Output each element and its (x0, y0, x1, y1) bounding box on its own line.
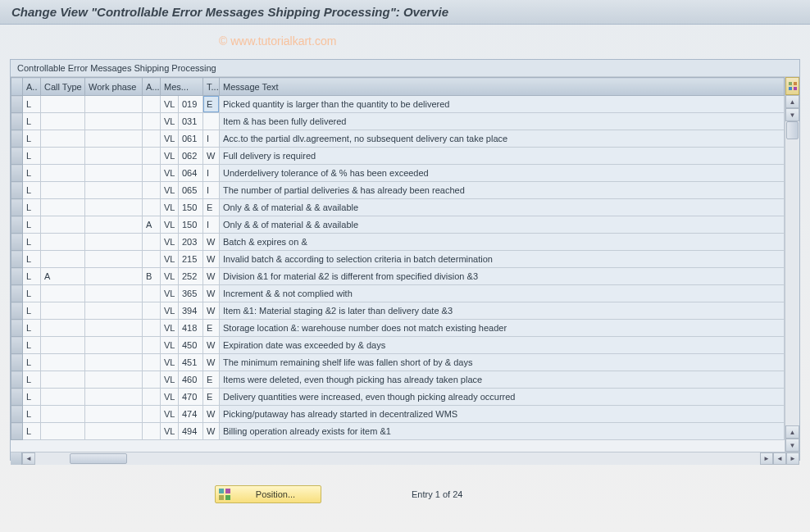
table-config-button[interactable] (785, 77, 799, 95)
table-row[interactable]: LVL418EStorage location &: warehouse num… (11, 320, 785, 337)
row-selector[interactable] (11, 113, 23, 130)
cell-work-phase[interactable] (85, 302, 143, 320)
cell-work-phase[interactable] (85, 320, 143, 337)
table-row[interactable]: LVL203WBatch & expires on & (11, 234, 785, 251)
cell-call-type[interactable] (41, 165, 85, 182)
cell-msg-area[interactable]: VL (161, 96, 179, 113)
cell-msg-no[interactable]: 450 (179, 337, 203, 354)
scroll-left-button-2[interactable]: ◄ (773, 452, 786, 465)
cell-msg-area[interactable]: VL (161, 113, 179, 130)
cell-a2[interactable]: A (143, 216, 161, 234)
scroll-up-button-2[interactable]: ▲ (785, 425, 799, 439)
cell-a2[interactable] (143, 406, 161, 423)
cell-a2[interactable] (143, 423, 161, 440)
cell-work-phase[interactable] (85, 165, 143, 182)
cell-msg-no[interactable]: 150 (179, 216, 203, 234)
cell-a2[interactable] (143, 148, 161, 165)
cell-msg-no[interactable]: 150 (179, 199, 203, 216)
cell-a2[interactable] (143, 354, 161, 371)
row-selector[interactable] (11, 148, 23, 165)
table-row[interactable]: LVL460EItems were deleted, even though p… (11, 371, 785, 389)
cell-call-type[interactable] (41, 251, 85, 268)
cell-msg-area[interactable]: VL (161, 165, 179, 182)
cell-msg-no[interactable]: 474 (179, 406, 203, 423)
cell-msg-no[interactable]: 460 (179, 371, 203, 389)
cell-a2[interactable] (143, 96, 161, 113)
cell-a1[interactable]: L (23, 371, 41, 389)
hscroll-thumb[interactable] (70, 453, 127, 464)
row-selector[interactable] (11, 130, 23, 148)
cell-work-phase[interactable] (85, 389, 143, 406)
cell-message-text[interactable]: The minimum remaining shelf life was fal… (220, 354, 785, 371)
table-row[interactable]: LVL394WItem &1: Material staging &2 is l… (11, 302, 785, 320)
cell-a1[interactable]: L (23, 354, 41, 371)
cell-a2[interactable]: B (143, 268, 161, 285)
cell-a1[interactable]: L (23, 148, 41, 165)
cell-msg-area[interactable]: VL (161, 199, 179, 216)
cell-type[interactable]: E (203, 371, 220, 389)
cell-call-type[interactable] (41, 130, 85, 148)
cell-call-type[interactable] (41, 354, 85, 371)
cell-msg-no[interactable]: 062 (179, 148, 203, 165)
cell-call-type[interactable] (41, 423, 85, 440)
cell-msg-area[interactable]: VL (161, 148, 179, 165)
scroll-up-button[interactable]: ▲ (785, 95, 799, 108)
cell-a1[interactable]: L (23, 389, 41, 406)
cell-msg-area[interactable]: VL (161, 268, 179, 285)
table-row[interactable]: LVL365WIncrement & & not complied with (11, 285, 785, 302)
cell-type[interactable]: W (203, 268, 220, 285)
cell-msg-no[interactable]: 064 (179, 165, 203, 182)
cell-a2[interactable] (143, 337, 161, 354)
cell-msg-area[interactable]: VL (161, 302, 179, 320)
cell-message-text[interactable]: Only & & of material & & available (220, 199, 785, 216)
cell-work-phase[interactable] (85, 423, 143, 440)
row-selector[interactable] (11, 354, 23, 371)
scroll-right-button[interactable]: ► (760, 452, 773, 465)
cell-type[interactable]: I (203, 165, 220, 182)
col-select-all[interactable] (11, 78, 23, 96)
scroll-right-button-2[interactable]: ► (786, 452, 799, 465)
cell-msg-no[interactable]: 019 (179, 96, 203, 113)
col-message[interactable]: Mes... (161, 78, 203, 96)
cell-msg-no[interactable]: 065 (179, 182, 203, 199)
cell-work-phase[interactable] (85, 216, 143, 234)
cell-a1[interactable]: L (23, 302, 41, 320)
row-selector[interactable] (11, 251, 23, 268)
table-row[interactable]: LVL450WExpiration date was exceeded by &… (11, 337, 785, 354)
cell-type[interactable]: I (203, 182, 220, 199)
cell-message-text[interactable]: Billing operation already exists for ite… (220, 423, 785, 440)
table-row[interactable]: LAVL150IOnly & & of material & & availab… (11, 216, 785, 234)
cell-work-phase[interactable] (85, 234, 143, 251)
cell-message-text[interactable]: Division &1 for material &2 is different… (220, 268, 785, 285)
cell-msg-area[interactable]: VL (161, 406, 179, 423)
cell-msg-no[interactable]: 215 (179, 251, 203, 268)
cell-message-text[interactable]: Storage location &: warehouse number doe… (220, 320, 785, 337)
cell-a1[interactable]: L (23, 320, 41, 337)
cell-work-phase[interactable] (85, 113, 143, 130)
col-a1[interactable]: A.. (23, 78, 41, 96)
cell-a2[interactable] (143, 389, 161, 406)
row-selector[interactable] (11, 182, 23, 199)
cell-msg-area[interactable]: VL (161, 251, 179, 268)
cell-call-type[interactable] (41, 320, 85, 337)
cell-msg-area[interactable]: VL (161, 337, 179, 354)
cell-type[interactable]: E (203, 199, 220, 216)
cell-a1[interactable]: L (23, 216, 41, 234)
cell-work-phase[interactable] (85, 199, 143, 216)
row-selector[interactable] (11, 285, 23, 302)
row-selector[interactable] (11, 406, 23, 423)
cell-a2[interactable] (143, 113, 161, 130)
cell-msg-no[interactable]: 394 (179, 302, 203, 320)
table-row[interactable]: LVL061IAcc.to the partial dlv.agreement,… (11, 130, 785, 148)
cell-type[interactable]: I (203, 130, 220, 148)
cell-a2[interactable] (143, 320, 161, 337)
table-row[interactable]: LVL031Item & has been fully delivered (11, 113, 785, 130)
table-row[interactable]: LVL150EOnly & & of material & & availabl… (11, 199, 785, 216)
vscroll-thumb[interactable] (786, 121, 799, 139)
table-row[interactable]: LVL470EDelivery quantities were increase… (11, 389, 785, 406)
row-selector[interactable] (11, 199, 23, 216)
horizontal-scrollbar[interactable]: ◄ ► ◄ ► (11, 452, 799, 465)
table-row[interactable]: LVL065IThe number of partial deliveries … (11, 182, 785, 199)
cell-a1[interactable]: L (23, 165, 41, 182)
cell-message-text[interactable]: Invalid batch & according to selection c… (220, 251, 785, 268)
